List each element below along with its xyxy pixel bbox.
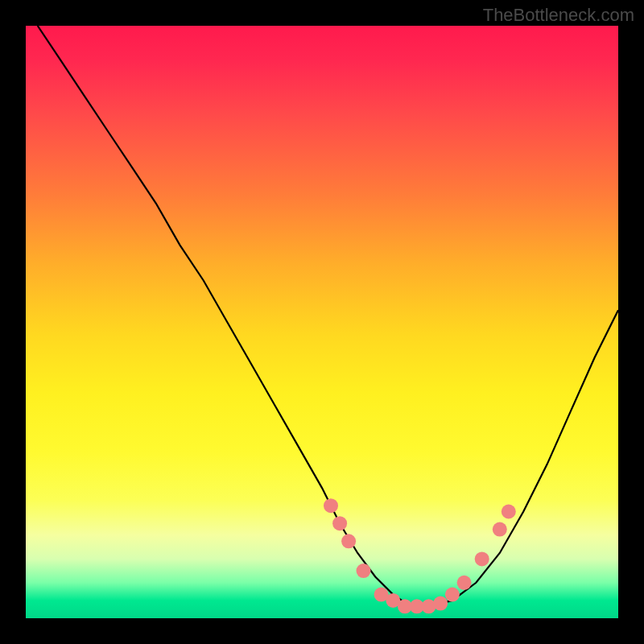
data-point-marker bbox=[475, 551, 489, 566]
bottleneck-curve bbox=[38, 26, 618, 606]
watermark-text: TheBottleneck.com bbox=[483, 5, 634, 26]
data-point-marker bbox=[332, 516, 347, 530]
data-point-marker bbox=[493, 522, 507, 537]
curve-markers bbox=[324, 498, 516, 613]
data-point-marker bbox=[502, 505, 516, 519]
data-point-marker bbox=[357, 564, 371, 578]
data-point-marker bbox=[433, 597, 448, 611]
data-point-marker bbox=[324, 498, 338, 513]
data-point-marker bbox=[341, 534, 356, 548]
data-point-marker bbox=[457, 576, 472, 590]
data-point-marker bbox=[445, 588, 460, 602]
chart-plot-area bbox=[26, 26, 618, 618]
chart-svg bbox=[26, 26, 618, 618]
